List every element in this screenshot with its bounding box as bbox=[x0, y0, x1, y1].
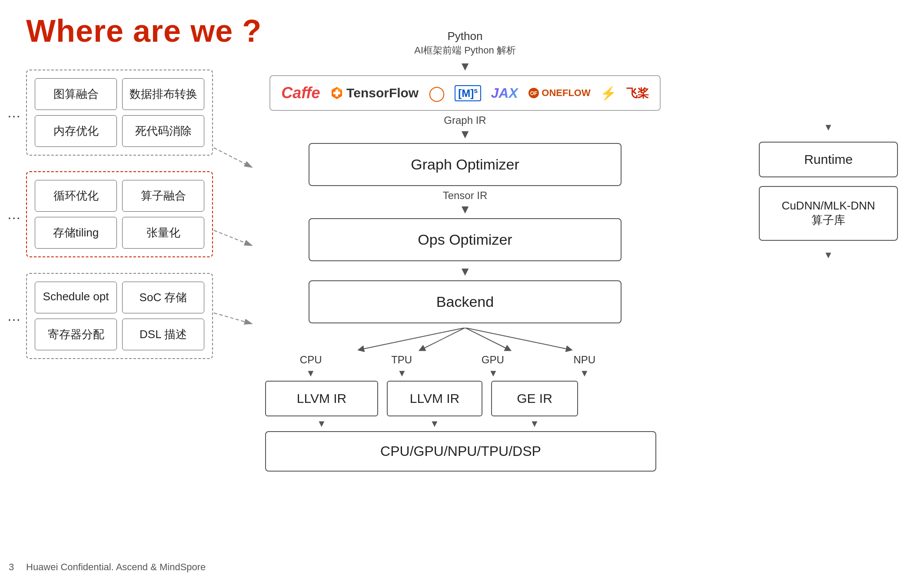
fw-caffe: Caffe bbox=[281, 84, 320, 102]
svg-rect-4 bbox=[333, 92, 340, 94]
svg-line-8 bbox=[422, 328, 465, 349]
fw-mindspore: [M]s bbox=[455, 85, 481, 101]
graph-ir-label: Graph IR bbox=[230, 114, 700, 126]
main-flow: Python AI框架前端 Python 解析 ▼ Caffe TensorFl… bbox=[230, 30, 700, 472]
runtime-section: ▼ Runtime CuDNN/MLK-DNN算子库 ▼ bbox=[759, 117, 898, 261]
ir-box-ge: GE IR bbox=[491, 381, 578, 416]
cell-soc-mem: SoC 存储 bbox=[122, 282, 204, 313]
arrow-python-fw: ▼ bbox=[230, 60, 700, 73]
arrow-fw-runtime: ▼ bbox=[824, 122, 833, 133]
targets-labels: CPU TPU GPU NPU bbox=[265, 354, 630, 366]
cell-schedule-opt: Schedule opt bbox=[35, 282, 117, 313]
opt-group-2: … 循环优化 算子融合 存储tiling 张量化 bbox=[26, 171, 213, 257]
fanout-arrows bbox=[309, 328, 622, 354]
ir-box-llvm-1: LLVM IR bbox=[265, 381, 378, 416]
runtime-inner-box: CuDNN/MLK-DNN算子库 bbox=[759, 186, 898, 241]
python-label: Python bbox=[230, 30, 700, 43]
opt-group-1-border: 图算融合 数据排布转换 内存优化 死代码消除 bbox=[26, 70, 213, 156]
svg-line-10 bbox=[465, 328, 569, 349]
frameworks-bar: Caffe TensorFlow ◯ [M]s JAX OF ONEFLOW ⚡… bbox=[269, 75, 661, 111]
fw-pytorch: ◯ bbox=[429, 84, 445, 102]
oneflow-icon: OF bbox=[528, 87, 540, 99]
label-tpu: TPU bbox=[391, 354, 412, 366]
ir-boxes-row: LLVM IR LLVM IR GE IR bbox=[265, 381, 656, 416]
tf-icon bbox=[330, 86, 344, 100]
cell-mem-tiling: 存储tiling bbox=[35, 217, 117, 249]
cell-dsl-desc: DSL 描述 bbox=[122, 319, 204, 350]
fw-paddle-icon: ⚡ bbox=[600, 86, 616, 101]
cell-vectorize: 张量化 bbox=[122, 217, 204, 249]
fw-feijian: 飞桨 bbox=[626, 86, 649, 101]
left-panel: … 图算融合 数据排布转换 内存优化 死代码消除 … 循环优化 算子融合 存储t… bbox=[26, 70, 213, 375]
ai-label: AI框架前端 Python 解析 bbox=[230, 44, 700, 57]
svg-line-7 bbox=[361, 328, 465, 349]
dots-3: … bbox=[7, 308, 21, 324]
opt-group-2-border: 循环优化 算子融合 存储tiling 张量化 bbox=[26, 171, 213, 257]
opt-grid-1: 图算融合 数据排布转换 内存优化 死代码消除 bbox=[35, 78, 204, 147]
graph-optimizer-box: Graph Optimizer bbox=[309, 143, 622, 186]
ir-box-llvm-2: LLVM IR bbox=[387, 381, 482, 416]
opt-grid-3: Schedule opt SoC 存储 寄存器分配 DSL 描述 bbox=[35, 282, 204, 350]
footer-text: Huawei Confidential. Ascend & MindSpore bbox=[26, 562, 206, 573]
dots-1: … bbox=[7, 105, 21, 121]
label-cpu: CPU bbox=[300, 354, 322, 366]
opt-grid-2: 循环优化 算子融合 存储tiling 张量化 bbox=[35, 180, 204, 249]
cell-reg-alloc: 寄存器分配 bbox=[35, 319, 117, 350]
target-arrows: ▼ ▼ ▼ ▼ bbox=[265, 368, 630, 379]
opt-group-3: … Schedule opt SoC 存储 寄存器分配 DSL 描述 bbox=[26, 273, 213, 359]
cell-graph-fusion: 图算融合 bbox=[35, 78, 117, 110]
svg-text:OF: OF bbox=[530, 90, 538, 96]
cell-data-layout: 数据排布转换 bbox=[122, 78, 204, 110]
final-box: CPU/GPU/NPU/TPU/DSP bbox=[265, 431, 656, 472]
label-gpu: GPU bbox=[482, 354, 504, 366]
arrow-ops-backend: ▼ bbox=[230, 265, 700, 279]
ops-optimizer-box: Ops Optimizer bbox=[309, 218, 622, 261]
cell-loop-opt: 循环优化 bbox=[35, 180, 117, 212]
runtime-box: Runtime bbox=[759, 142, 898, 177]
cell-dead-code: 死代码消除 bbox=[122, 115, 204, 147]
arrow-graph-ops: ▼ bbox=[230, 203, 700, 216]
backend-box: Backend bbox=[309, 280, 622, 323]
opt-group-1: … 图算融合 数据排布转换 内存优化 死代码消除 bbox=[26, 70, 213, 156]
ir-arrows: ▼ ▼ ▼ bbox=[265, 418, 656, 429]
page-number: 3 bbox=[9, 562, 14, 573]
multi-arrow-area bbox=[309, 328, 622, 354]
fw-tensorflow: TensorFlow bbox=[330, 86, 419, 100]
svg-line-9 bbox=[465, 328, 509, 349]
tensor-ir-label: Tensor IR bbox=[230, 189, 700, 202]
dots-2: … bbox=[7, 206, 21, 223]
label-npu: NPU bbox=[573, 354, 595, 366]
page-title: Where are we ? bbox=[26, 13, 262, 49]
arrow-runtime-final: ▼ bbox=[824, 249, 833, 261]
arrow-fw-graph: ▼ bbox=[230, 127, 700, 141]
cell-op-fusion: 算子融合 bbox=[122, 180, 204, 212]
fw-oneflow: OF ONEFLOW bbox=[528, 87, 590, 99]
fw-jax: JAX bbox=[491, 85, 518, 101]
opt-group-3-border: Schedule opt SoC 存储 寄存器分配 DSL 描述 bbox=[26, 273, 213, 359]
cell-memory-opt: 内存优化 bbox=[35, 115, 117, 147]
